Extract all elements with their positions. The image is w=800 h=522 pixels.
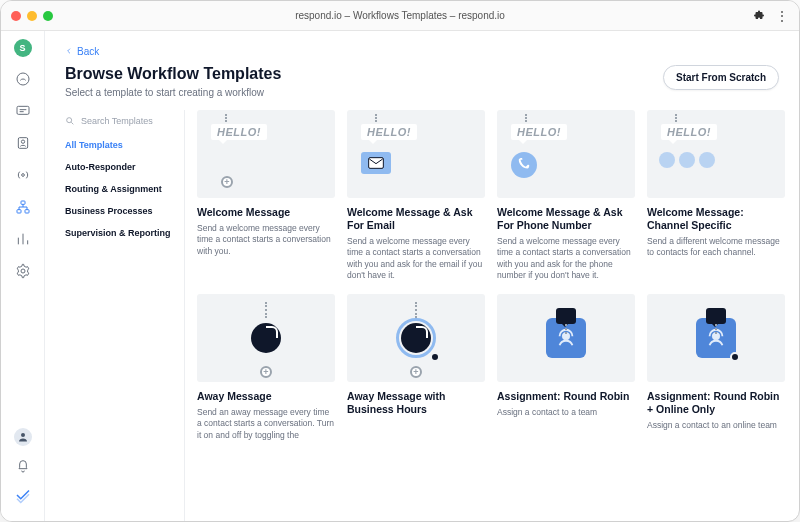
envelope-icon	[361, 152, 391, 174]
svg-rect-7	[25, 210, 29, 213]
template-card[interactable]: +Away MessageSend an away message every …	[197, 294, 335, 442]
template-thumbnail	[497, 294, 635, 382]
messages-icon[interactable]	[13, 101, 33, 121]
page-title: Browse Workflow Templates	[65, 65, 281, 83]
current-user-avatar[interactable]	[14, 428, 32, 446]
back-link[interactable]: Back	[65, 46, 99, 57]
template-card[interactable]: Assignment: Round Robin + Online OnlyAss…	[647, 294, 785, 442]
template-thumbnail: HELLO!	[497, 110, 635, 198]
svg-rect-5	[21, 201, 25, 204]
template-description: Send a welcome message every time a cont…	[497, 236, 635, 282]
search-input[interactable]	[81, 116, 161, 126]
category-sidebar: All TemplatesAuto-ResponderRouting & Ass…	[65, 110, 185, 522]
workflows-icon[interactable]	[13, 197, 33, 217]
plus-node-icon: +	[410, 366, 422, 378]
template-card[interactable]: HELLO!Welcome Message & Ask For Phone Nu…	[497, 110, 635, 282]
svg-point-9	[21, 433, 25, 437]
template-title: Assignment: Round Robin	[497, 390, 635, 403]
assignment-icon	[686, 308, 746, 368]
icon-rail: S	[1, 31, 45, 521]
broadcast-icon[interactable]	[13, 165, 33, 185]
template-thumbnail: HELLO!	[647, 110, 785, 198]
template-thumbnail: +	[197, 294, 335, 382]
clock-icon	[386, 308, 446, 368]
template-description: Assign a contact to a team	[497, 407, 635, 418]
svg-rect-6	[17, 210, 21, 213]
template-card[interactable]: HELLO!Welcome Message & Ask For EmailSen…	[347, 110, 485, 282]
settings-icon[interactable]	[13, 261, 33, 281]
svg-rect-1	[17, 106, 29, 114]
category-item[interactable]: Routing & Assignment	[65, 184, 174, 194]
template-title: Away Message	[197, 390, 335, 403]
template-description: Assign a contact to an online team	[647, 420, 785, 431]
template-title: Welcome Message & Ask For Email	[347, 206, 485, 232]
clock-icon	[236, 308, 296, 368]
search-icon	[65, 116, 75, 126]
template-title: Welcome Message & Ask For Phone Number	[497, 206, 635, 232]
brand-check-icon	[14, 486, 32, 507]
contacts-icon[interactable]	[13, 133, 33, 153]
hello-badge: HELLO!	[361, 124, 417, 140]
maximize-window-icon[interactable]	[43, 11, 53, 21]
template-title: Welcome Message	[197, 206, 335, 219]
reports-icon[interactable]	[13, 229, 33, 249]
dashboard-icon[interactable]	[13, 69, 33, 89]
category-item[interactable]: Business Processes	[65, 206, 174, 216]
page-subtitle: Select a template to start creating a wo…	[65, 87, 281, 98]
template-card[interactable]: Assignment: Round RobinAssign a contact …	[497, 294, 635, 442]
plus-node-icon: +	[221, 176, 233, 188]
template-description: Send a welcome message every time a cont…	[197, 223, 335, 257]
templates-scroll[interactable]: HELLO!+Welcome MessageSend a welcome mes…	[185, 110, 789, 522]
template-description: Send a welcome message every time a cont…	[347, 236, 485, 282]
template-description: Send an away message every time a contac…	[197, 407, 335, 441]
category-item[interactable]: All Templates	[65, 140, 174, 150]
back-link-label: Back	[77, 46, 99, 57]
minimize-window-icon[interactable]	[27, 11, 37, 21]
notifications-icon[interactable]	[13, 456, 33, 476]
category-item[interactable]: Auto-Responder	[65, 162, 174, 172]
template-thumbnail: HELLO!	[347, 110, 485, 198]
template-title: Assignment: Round Robin + Online Only	[647, 390, 785, 416]
svg-point-10	[67, 117, 72, 122]
hello-badge: HELLO!	[511, 124, 567, 140]
svg-point-3	[21, 140, 24, 143]
mac-window: respond.io – Workflows Templates – respo…	[0, 0, 800, 522]
close-window-icon[interactable]	[11, 11, 21, 21]
template-title: Away Message with Business Hours	[347, 390, 485, 416]
phone-icon	[511, 152, 537, 178]
template-title: Welcome Message: Channel Specific	[647, 206, 785, 232]
search-wrap	[65, 112, 174, 136]
template-description: Send a different welcome message to cont…	[647, 236, 785, 259]
extension-icon[interactable]	[753, 7, 765, 25]
svg-point-4	[21, 174, 24, 177]
chevron-left-icon	[65, 47, 73, 55]
start-from-scratch-button[interactable]: Start From Scratch	[663, 65, 779, 90]
template-thumbnail: +	[347, 294, 485, 382]
hello-badge: HELLO!	[211, 124, 267, 140]
hello-badge: HELLO!	[661, 124, 717, 140]
more-menu-icon[interactable]: ⋮	[775, 9, 789, 23]
template-card[interactable]: HELLO!+Welcome MessageSend a welcome mes…	[197, 110, 335, 282]
main-content: Back Browse Workflow Templates Select a …	[45, 31, 799, 521]
window-title: respond.io – Workflows Templates – respo…	[295, 10, 505, 21]
titlebar: respond.io – Workflows Templates – respo…	[1, 1, 799, 31]
workspace-avatar[interactable]: S	[14, 39, 32, 57]
plus-node-icon: +	[260, 366, 272, 378]
template-card[interactable]: +Away Message with Business Hours	[347, 294, 485, 442]
template-card[interactable]: HELLO!Welcome Message: Channel SpecificS…	[647, 110, 785, 282]
traffic-lights	[11, 11, 53, 21]
template-thumbnail	[647, 294, 785, 382]
svg-point-8	[21, 269, 25, 273]
channel-icons-group	[659, 152, 715, 168]
svg-rect-11	[369, 157, 384, 168]
template-thumbnail: HELLO!+	[197, 110, 335, 198]
assignment-icon	[536, 308, 596, 368]
category-item[interactable]: Supervision & Reporting	[65, 228, 174, 238]
